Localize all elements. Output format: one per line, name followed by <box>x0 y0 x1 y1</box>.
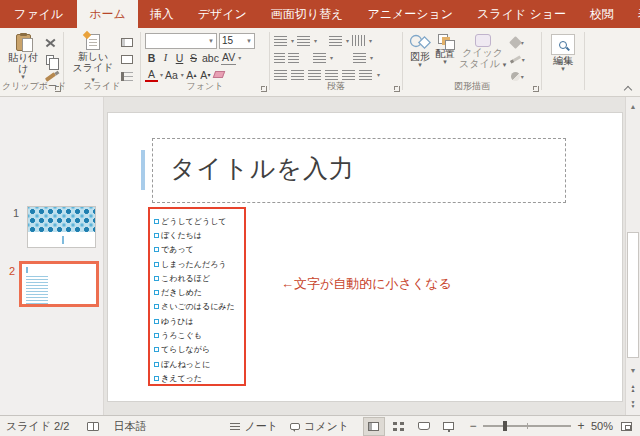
decrease-indent-button[interactable] <box>274 53 285 63</box>
character-spacing-button[interactable]: AV <box>221 50 236 65</box>
powerpoint-window: ファイル ホーム 挿入 デザイン 画面切り替え アニメーション スライド ショー… <box>0 0 640 436</box>
paste-icon <box>16 34 31 51</box>
tab-animations[interactable]: アニメーション <box>355 0 465 28</box>
ribbon: 貼り付け ▾ クリップボード 新しい スライド ▾ <box>0 28 640 97</box>
zoom-in-button[interactable]: + <box>576 419 586 433</box>
bullet-icon <box>154 290 159 295</box>
smartart-convert-button[interactable] <box>359 70 372 80</box>
font-group-label: フォント <box>142 80 268 93</box>
normal-view-button[interactable] <box>363 417 385 436</box>
bold-button[interactable]: B <box>145 50 158 65</box>
tab-insert[interactable]: 挿入 <box>138 0 186 28</box>
paste-button[interactable]: 貼り付け ▾ <box>5 32 41 84</box>
paste-label: 貼り付け <box>7 52 39 74</box>
scroll-up-button[interactable]: ▲ <box>626 99 640 113</box>
shape-outline-button[interactable]: ▾ <box>508 52 526 67</box>
text-direction-button[interactable] <box>352 35 365 46</box>
slide-2-cursor-mark <box>26 267 28 273</box>
title-placeholder[interactable]: タイトルを入力 <box>152 138 566 203</box>
distribute-button[interactable] <box>342 70 355 80</box>
copy-button[interactable] <box>41 52 59 67</box>
spell-check-button[interactable] <box>87 422 99 431</box>
text-shadow-button[interactable]: abc <box>201 50 220 65</box>
slide-canvas[interactable]: タイトルを入力 どうしてどうして ぼくたちは であって しまったんだろう こわれ… <box>108 113 622 401</box>
notes-icon <box>230 423 240 430</box>
bullet-icon <box>154 304 159 309</box>
slide-sorter-button[interactable] <box>388 417 410 436</box>
find-button[interactable] <box>551 34 575 55</box>
reset-button[interactable] <box>118 52 136 67</box>
numbering-button[interactable] <box>297 36 310 46</box>
reading-view-button[interactable] <box>413 417 435 436</box>
align-text-button[interactable] <box>353 53 366 63</box>
justify-button[interactable] <box>325 70 338 80</box>
language-indicator[interactable]: 日本語 <box>113 419 146 434</box>
comments-button[interactable]: コメント <box>290 419 349 434</box>
title-placeholder-text: タイトルを入力 <box>170 152 355 185</box>
collapse-ribbon-button[interactable] <box>625 85 632 92</box>
slideshow-button[interactable] <box>438 417 460 436</box>
tab-transitions[interactable]: 画面切り替え <box>259 0 356 28</box>
align-center-button[interactable] <box>291 70 304 80</box>
fit-to-window-button[interactable] <box>621 422 632 431</box>
align-right-button[interactable] <box>308 70 321 80</box>
new-slide-button[interactable]: 新しい スライド ▾ <box>68 32 118 86</box>
group-slides: 新しい スライド ▾ スライド <box>65 31 139 94</box>
slide-1-thumbnail[interactable] <box>27 206 96 248</box>
italic-button[interactable]: I <box>159 50 172 65</box>
zoom-slider[interactable] <box>483 425 571 427</box>
font-size-combo[interactable]: 15 ▼ <box>219 33 255 49</box>
fill-bucket-icon <box>509 36 522 49</box>
slide-2-number: 2 <box>9 265 15 277</box>
zoom-slider-thumb[interactable] <box>503 421 507 431</box>
slide-editor-pane: タイトルを入力 どうしてどうして ぼくたちは であって しまったんだろう こわれ… <box>105 97 625 415</box>
slide-2-thumbnail[interactable] <box>19 261 99 307</box>
slideshow-icon <box>443 422 454 430</box>
slide-1-number: 1 <box>13 207 19 219</box>
previous-slide-button[interactable]: ▲▲ <box>626 381 640 394</box>
tab-review[interactable]: 校閲 <box>578 0 626 28</box>
font-name-combo[interactable]: ▼ <box>145 33 217 49</box>
layout-button[interactable] <box>118 35 136 50</box>
editing-button[interactable]: 編集 ▾ <box>546 32 580 74</box>
group-separator <box>269 32 270 90</box>
paragraph-dialog-launcher[interactable] <box>394 86 400 92</box>
increase-indent-button[interactable] <box>288 53 299 63</box>
arrange-button[interactable]: 配置 ▾ <box>433 32 457 84</box>
notes-button[interactable]: ノート <box>230 419 278 434</box>
slide-2-content-preview <box>26 276 48 304</box>
columns-button[interactable] <box>313 53 326 63</box>
drawing-dialog-launcher[interactable] <box>533 86 539 92</box>
line-spacing-button[interactable] <box>329 36 342 46</box>
quick-styles-button[interactable]: クイック スタイル ▾ <box>457 32 508 84</box>
scroll-down-button[interactable]: ▼ <box>626 363 640 377</box>
list-item: てらしながら <box>154 343 242 357</box>
cut-button[interactable] <box>41 35 59 50</box>
scrollbar-thumb[interactable] <box>627 232 639 358</box>
list-item: ぼくたちは <box>154 228 242 242</box>
shape-fill-button[interactable]: ▾ <box>508 35 526 50</box>
bullet-list-highlight-box[interactable]: どうしてどうして ぼくたちは であって しまったんだろう こわれるほど だきしめ… <box>148 207 246 386</box>
align-left-button[interactable] <box>274 70 287 80</box>
clipboard-group-label: クリップボード <box>2 80 62 93</box>
underline-button[interactable]: U <box>173 50 186 65</box>
tab-home[interactable]: ホーム <box>77 0 138 28</box>
next-slide-button[interactable]: ▼▼ <box>626 397 640 410</box>
vertical-scrollbar[interactable]: ▲ ▼ ▲▲ ▼▼ <box>625 97 640 415</box>
strikethrough-button[interactable]: S <box>187 50 200 65</box>
slide-counter[interactable]: スライド 2/2 <box>6 419 69 434</box>
copy-icon <box>46 55 54 65</box>
quick-styles-label-2: スタイル ▾ <box>459 58 506 69</box>
zoom-level[interactable]: 50% <box>591 420 613 432</box>
chevron-down-icon: ▼ <box>208 38 214 44</box>
bullets-button[interactable] <box>274 36 287 46</box>
tab-design[interactable]: デザイン <box>186 0 259 28</box>
tab-view[interactable]: 表示 <box>626 0 640 28</box>
tab-file[interactable]: ファイル <box>0 0 77 28</box>
bullet-icon <box>154 247 159 252</box>
tab-slideshow[interactable]: スライド ショー <box>465 0 578 28</box>
zoom-out-button[interactable]: − <box>468 419 478 433</box>
font-dialog-launcher[interactable] <box>261 86 267 92</box>
clipboard-dialog-launcher[interactable] <box>55 86 61 92</box>
shapes-button[interactable]: 図形 ▾ <box>407 32 433 84</box>
